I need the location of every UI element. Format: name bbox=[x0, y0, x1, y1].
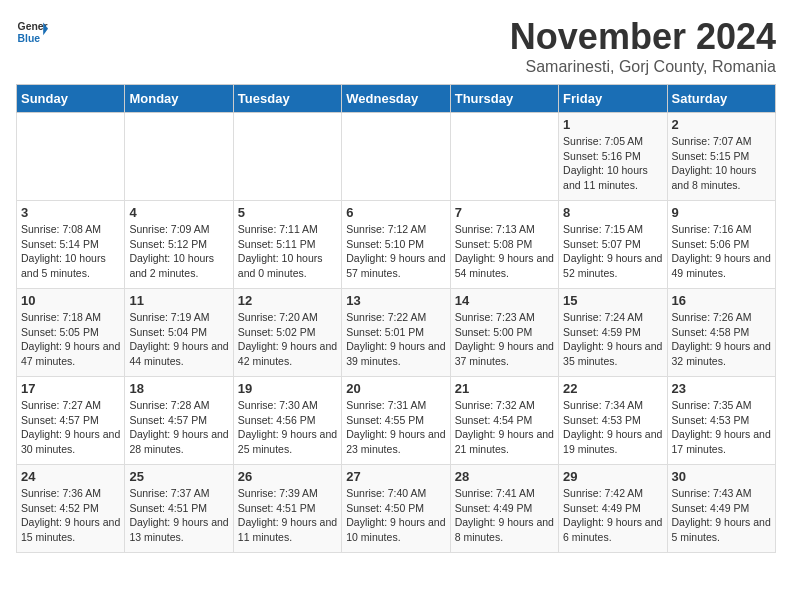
day-info: Sunrise: 7:15 AM Sunset: 5:07 PM Dayligh… bbox=[563, 222, 662, 281]
day-cell: 22Sunrise: 7:34 AM Sunset: 4:53 PM Dayli… bbox=[559, 377, 667, 465]
day-info: Sunrise: 7:08 AM Sunset: 5:14 PM Dayligh… bbox=[21, 222, 120, 281]
day-cell: 11Sunrise: 7:19 AM Sunset: 5:04 PM Dayli… bbox=[125, 289, 233, 377]
day-cell: 6Sunrise: 7:12 AM Sunset: 5:10 PM Daylig… bbox=[342, 201, 450, 289]
day-cell: 7Sunrise: 7:13 AM Sunset: 5:08 PM Daylig… bbox=[450, 201, 558, 289]
day-info: Sunrise: 7:13 AM Sunset: 5:08 PM Dayligh… bbox=[455, 222, 554, 281]
col-header-friday: Friday bbox=[559, 85, 667, 113]
day-cell: 1Sunrise: 7:05 AM Sunset: 5:16 PM Daylig… bbox=[559, 113, 667, 201]
day-cell bbox=[233, 113, 341, 201]
day-cell: 3Sunrise: 7:08 AM Sunset: 5:14 PM Daylig… bbox=[17, 201, 125, 289]
day-info: Sunrise: 7:43 AM Sunset: 4:49 PM Dayligh… bbox=[672, 486, 771, 545]
day-cell: 29Sunrise: 7:42 AM Sunset: 4:49 PM Dayli… bbox=[559, 465, 667, 553]
day-info: Sunrise: 7:16 AM Sunset: 5:06 PM Dayligh… bbox=[672, 222, 771, 281]
title-section: November 2024 Samarinesti, Gorj County, … bbox=[510, 16, 776, 76]
day-cell: 13Sunrise: 7:22 AM Sunset: 5:01 PM Dayli… bbox=[342, 289, 450, 377]
day-info: Sunrise: 7:28 AM Sunset: 4:57 PM Dayligh… bbox=[129, 398, 228, 457]
day-number: 30 bbox=[672, 469, 771, 484]
day-number: 14 bbox=[455, 293, 554, 308]
day-cell: 9Sunrise: 7:16 AM Sunset: 5:06 PM Daylig… bbox=[667, 201, 775, 289]
month-title: November 2024 bbox=[510, 16, 776, 58]
week-row-1: 1Sunrise: 7:05 AM Sunset: 5:16 PM Daylig… bbox=[17, 113, 776, 201]
day-cell bbox=[125, 113, 233, 201]
day-info: Sunrise: 7:27 AM Sunset: 4:57 PM Dayligh… bbox=[21, 398, 120, 457]
day-info: Sunrise: 7:07 AM Sunset: 5:15 PM Dayligh… bbox=[672, 134, 771, 193]
day-cell: 14Sunrise: 7:23 AM Sunset: 5:00 PM Dayli… bbox=[450, 289, 558, 377]
day-cell: 2Sunrise: 7:07 AM Sunset: 5:15 PM Daylig… bbox=[667, 113, 775, 201]
day-number: 3 bbox=[21, 205, 120, 220]
day-number: 8 bbox=[563, 205, 662, 220]
day-number: 4 bbox=[129, 205, 228, 220]
day-number: 16 bbox=[672, 293, 771, 308]
day-info: Sunrise: 7:05 AM Sunset: 5:16 PM Dayligh… bbox=[563, 134, 662, 193]
day-number: 28 bbox=[455, 469, 554, 484]
day-number: 18 bbox=[129, 381, 228, 396]
day-cell: 25Sunrise: 7:37 AM Sunset: 4:51 PM Dayli… bbox=[125, 465, 233, 553]
day-cell: 10Sunrise: 7:18 AM Sunset: 5:05 PM Dayli… bbox=[17, 289, 125, 377]
day-info: Sunrise: 7:20 AM Sunset: 5:02 PM Dayligh… bbox=[238, 310, 337, 369]
day-cell: 23Sunrise: 7:35 AM Sunset: 4:53 PM Dayli… bbox=[667, 377, 775, 465]
day-number: 19 bbox=[238, 381, 337, 396]
generalblue-icon: General Blue bbox=[16, 16, 48, 48]
day-info: Sunrise: 7:31 AM Sunset: 4:55 PM Dayligh… bbox=[346, 398, 445, 457]
logo: General Blue bbox=[16, 16, 48, 48]
day-cell: 16Sunrise: 7:26 AM Sunset: 4:58 PM Dayli… bbox=[667, 289, 775, 377]
day-info: Sunrise: 7:32 AM Sunset: 4:54 PM Dayligh… bbox=[455, 398, 554, 457]
day-number: 13 bbox=[346, 293, 445, 308]
day-number: 1 bbox=[563, 117, 662, 132]
day-cell: 21Sunrise: 7:32 AM Sunset: 4:54 PM Dayli… bbox=[450, 377, 558, 465]
col-header-sunday: Sunday bbox=[17, 85, 125, 113]
day-number: 23 bbox=[672, 381, 771, 396]
day-cell: 5Sunrise: 7:11 AM Sunset: 5:11 PM Daylig… bbox=[233, 201, 341, 289]
day-number: 25 bbox=[129, 469, 228, 484]
day-number: 7 bbox=[455, 205, 554, 220]
day-info: Sunrise: 7:24 AM Sunset: 4:59 PM Dayligh… bbox=[563, 310, 662, 369]
day-info: Sunrise: 7:34 AM Sunset: 4:53 PM Dayligh… bbox=[563, 398, 662, 457]
day-info: Sunrise: 7:09 AM Sunset: 5:12 PM Dayligh… bbox=[129, 222, 228, 281]
day-info: Sunrise: 7:42 AM Sunset: 4:49 PM Dayligh… bbox=[563, 486, 662, 545]
day-cell: 26Sunrise: 7:39 AM Sunset: 4:51 PM Dayli… bbox=[233, 465, 341, 553]
day-info: Sunrise: 7:19 AM Sunset: 5:04 PM Dayligh… bbox=[129, 310, 228, 369]
day-number: 12 bbox=[238, 293, 337, 308]
day-cell: 4Sunrise: 7:09 AM Sunset: 5:12 PM Daylig… bbox=[125, 201, 233, 289]
calendar-header-row: SundayMondayTuesdayWednesdayThursdayFrid… bbox=[17, 85, 776, 113]
week-row-3: 10Sunrise: 7:18 AM Sunset: 5:05 PM Dayli… bbox=[17, 289, 776, 377]
day-info: Sunrise: 7:36 AM Sunset: 4:52 PM Dayligh… bbox=[21, 486, 120, 545]
day-info: Sunrise: 7:30 AM Sunset: 4:56 PM Dayligh… bbox=[238, 398, 337, 457]
week-row-4: 17Sunrise: 7:27 AM Sunset: 4:57 PM Dayli… bbox=[17, 377, 776, 465]
location-subtitle: Samarinesti, Gorj County, Romania bbox=[510, 58, 776, 76]
day-cell: 27Sunrise: 7:40 AM Sunset: 4:50 PM Dayli… bbox=[342, 465, 450, 553]
day-number: 6 bbox=[346, 205, 445, 220]
day-cell: 8Sunrise: 7:15 AM Sunset: 5:07 PM Daylig… bbox=[559, 201, 667, 289]
day-cell bbox=[450, 113, 558, 201]
day-cell: 30Sunrise: 7:43 AM Sunset: 4:49 PM Dayli… bbox=[667, 465, 775, 553]
week-row-5: 24Sunrise: 7:36 AM Sunset: 4:52 PM Dayli… bbox=[17, 465, 776, 553]
col-header-thursday: Thursday bbox=[450, 85, 558, 113]
day-number: 11 bbox=[129, 293, 228, 308]
day-info: Sunrise: 7:26 AM Sunset: 4:58 PM Dayligh… bbox=[672, 310, 771, 369]
day-cell: 18Sunrise: 7:28 AM Sunset: 4:57 PM Dayli… bbox=[125, 377, 233, 465]
week-row-2: 3Sunrise: 7:08 AM Sunset: 5:14 PM Daylig… bbox=[17, 201, 776, 289]
day-cell: 17Sunrise: 7:27 AM Sunset: 4:57 PM Dayli… bbox=[17, 377, 125, 465]
day-number: 27 bbox=[346, 469, 445, 484]
day-number: 26 bbox=[238, 469, 337, 484]
day-info: Sunrise: 7:22 AM Sunset: 5:01 PM Dayligh… bbox=[346, 310, 445, 369]
day-number: 24 bbox=[21, 469, 120, 484]
day-info: Sunrise: 7:23 AM Sunset: 5:00 PM Dayligh… bbox=[455, 310, 554, 369]
col-header-monday: Monday bbox=[125, 85, 233, 113]
day-number: 17 bbox=[21, 381, 120, 396]
day-number: 9 bbox=[672, 205, 771, 220]
day-info: Sunrise: 7:37 AM Sunset: 4:51 PM Dayligh… bbox=[129, 486, 228, 545]
day-cell bbox=[17, 113, 125, 201]
day-info: Sunrise: 7:11 AM Sunset: 5:11 PM Dayligh… bbox=[238, 222, 337, 281]
day-cell: 15Sunrise: 7:24 AM Sunset: 4:59 PM Dayli… bbox=[559, 289, 667, 377]
day-info: Sunrise: 7:40 AM Sunset: 4:50 PM Dayligh… bbox=[346, 486, 445, 545]
day-number: 2 bbox=[672, 117, 771, 132]
day-number: 21 bbox=[455, 381, 554, 396]
day-cell: 24Sunrise: 7:36 AM Sunset: 4:52 PM Dayli… bbox=[17, 465, 125, 553]
day-number: 29 bbox=[563, 469, 662, 484]
col-header-tuesday: Tuesday bbox=[233, 85, 341, 113]
col-header-saturday: Saturday bbox=[667, 85, 775, 113]
day-number: 15 bbox=[563, 293, 662, 308]
header: General Blue November 2024 Samarinesti, … bbox=[16, 16, 776, 76]
day-info: Sunrise: 7:39 AM Sunset: 4:51 PM Dayligh… bbox=[238, 486, 337, 545]
